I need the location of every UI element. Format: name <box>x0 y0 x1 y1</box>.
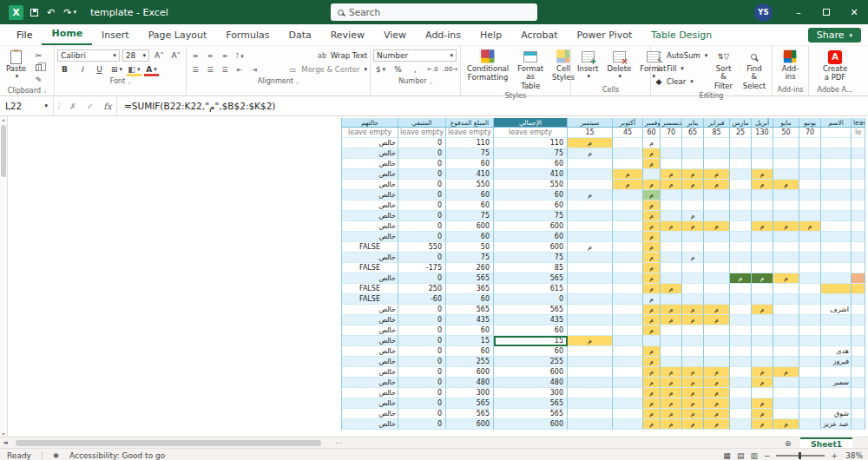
cell-m2-r15[interactable]: م <box>643 263 661 273</box>
cell-m4-r11[interactable]: م <box>682 221 704 232</box>
cell-status-r2[interactable]: leave empty <box>342 128 398 138</box>
cell-total-r6[interactable]: 410 <box>494 169 568 180</box>
cell-m5-r2[interactable]: 85 <box>704 128 730 138</box>
cell-m2-r9[interactable]: م <box>643 200 661 211</box>
cell-status-r29[interactable]: خالص <box>342 409 398 419</box>
cell-m6-r26[interactable] <box>730 378 752 388</box>
cell-m5-r29[interactable]: م <box>704 409 730 419</box>
accounting-format-button[interactable]: $▾ <box>373 64 388 76</box>
cell-m8-r26[interactable] <box>773 378 799 388</box>
align-bottom-button[interactable]: ≡ <box>219 52 231 60</box>
italic-button[interactable]: I <box>75 64 89 76</box>
cell-m4-r3[interactable] <box>682 138 704 148</box>
cell-m8-r22[interactable] <box>773 336 799 346</box>
tab-review[interactable]: Review <box>321 26 374 45</box>
cell-m2-r27[interactable]: م <box>643 388 661 398</box>
align-center-button[interactable]: ☰ <box>204 66 216 74</box>
cell-m1-r27[interactable] <box>613 388 643 398</box>
cell-m9-r13[interactable] <box>799 242 821 253</box>
cell-m0-r29[interactable] <box>568 409 613 419</box>
cell-status-r30[interactable]: خالص <box>342 419 398 430</box>
cell-m3-r22[interactable] <box>661 336 682 346</box>
scroll-down-icon[interactable]: ▾ <box>2 430 4 437</box>
cell-m7-r28[interactable]: م <box>752 398 773 409</box>
wrap-text-button[interactable]: Wrap Text <box>331 51 367 60</box>
cell-m3-r18[interactable] <box>661 294 682 305</box>
cell-name-r13[interactable] <box>821 242 852 253</box>
cell-m9-r5[interactable] <box>799 159 821 169</box>
cell-remaining-r27[interactable]: 0 <box>398 388 446 398</box>
cell-m4-r6[interactable]: م <box>682 169 704 180</box>
cell-m9-r17[interactable] <box>799 284 821 294</box>
cell-m4-r21[interactable] <box>682 325 704 336</box>
cell-m1-r8[interactable] <box>613 190 643 200</box>
cell-m2-r13[interactable]: م <box>643 242 661 253</box>
cell-remaining-r17[interactable]: 250 <box>398 284 446 294</box>
cell-m0-r9[interactable] <box>568 200 613 211</box>
cell-m7-r2[interactable]: 130 <box>752 128 773 138</box>
cell-m7-r4[interactable] <box>752 148 773 159</box>
cell-m2-r3[interactable]: م <box>643 138 661 148</box>
cell-m7-r6[interactable]: م <box>752 169 773 180</box>
cell-m7-r27[interactable] <box>752 388 773 398</box>
bold-button[interactable]: B <box>57 64 72 76</box>
number-format-select[interactable]: Number▾ <box>373 49 457 62</box>
cell-last-r29[interactable] <box>852 409 865 419</box>
cell-m9-r18[interactable] <box>799 294 821 305</box>
restore-button[interactable] <box>812 0 840 24</box>
percent-style-button[interactable]: % <box>391 64 405 76</box>
cell-m4-r23[interactable] <box>682 346 704 357</box>
cell-paid-r5[interactable]: 60 <box>446 159 494 169</box>
cell-m6-r16[interactable]: م <box>730 273 752 284</box>
cell-remaining-r4[interactable]: 0 <box>398 148 446 159</box>
cell-total-r11[interactable]: 600 <box>494 221 568 232</box>
cell-m9-r28[interactable] <box>799 398 821 409</box>
cell-name-r2[interactable] <box>821 128 852 138</box>
cell-m3-r12[interactable] <box>661 232 682 242</box>
cell-m2-r30[interactable]: م <box>643 419 661 430</box>
cut-button[interactable]: ✂ <box>31 49 46 61</box>
orientation-button[interactable]: ⤴▾ <box>233 52 246 60</box>
cell-last-r26[interactable] <box>852 378 865 388</box>
formula-input[interactable]: =SUMIF(B22:K22,"م",$B$2:$K$2) <box>116 96 868 115</box>
cell-m3-r29[interactable]: م <box>661 409 682 419</box>
cell-m7-r3[interactable] <box>752 138 773 148</box>
cell-m5-r12[interactable] <box>704 232 730 242</box>
cell-total-r15[interactable]: 85 <box>494 263 568 273</box>
cell-status-r11[interactable]: خالص <box>342 221 398 232</box>
cell-m3-r25[interactable]: م <box>661 367 682 378</box>
cell-paid-r22[interactable]: 15 <box>446 336 494 346</box>
cell-m0-r15[interactable] <box>568 263 613 273</box>
cell-m6-r22[interactable] <box>730 336 752 346</box>
cell-m6-r4[interactable] <box>730 148 752 159</box>
zoom-slider-thumb[interactable] <box>799 452 801 459</box>
cell-m9-r25[interactable] <box>799 367 821 378</box>
cell-remaining-r9[interactable]: 0 <box>398 200 446 211</box>
cell-status-r24[interactable]: خالص <box>342 357 398 367</box>
cell-m1-r12[interactable] <box>613 232 643 242</box>
cell-m5-r30[interactable]: م <box>704 419 730 430</box>
save-button[interactable] <box>30 9 38 16</box>
cell-status-r12[interactable]: خالص <box>342 232 398 242</box>
cell-m8-r9[interactable] <box>773 200 799 211</box>
cell-total-r30[interactable]: 600 <box>494 419 568 430</box>
cell-m4-r13[interactable] <box>682 242 704 253</box>
cell-last-r20[interactable] <box>852 315 865 325</box>
cell-m8-r20[interactable] <box>773 315 799 325</box>
cell-name-r8[interactable] <box>821 190 852 200</box>
cell-remaining-r28[interactable]: 0 <box>398 398 446 409</box>
cell-name-r26[interactable]: سمير <box>821 378 852 388</box>
cell-m5-r8[interactable] <box>704 190 730 200</box>
cell-m6-r7[interactable] <box>730 180 752 190</box>
cell-m7-r26[interactable]: م <box>752 378 773 388</box>
cell-status-r14[interactable]: خالص <box>342 253 398 263</box>
insert-function-button[interactable]: fx <box>99 96 116 115</box>
cell-m5-r25[interactable]: م <box>704 367 730 378</box>
cell-m8-r4[interactable] <box>773 148 799 159</box>
cell-m6-r21[interactable] <box>730 325 752 336</box>
cell-m4-r9[interactable] <box>682 200 704 211</box>
borders-button[interactable]: ⊞▾ <box>109 64 124 76</box>
cell-paid-r6[interactable]: 410 <box>446 169 494 180</box>
cell-m1-r26[interactable] <box>613 378 643 388</box>
cell-m3-r15[interactable] <box>661 263 682 273</box>
